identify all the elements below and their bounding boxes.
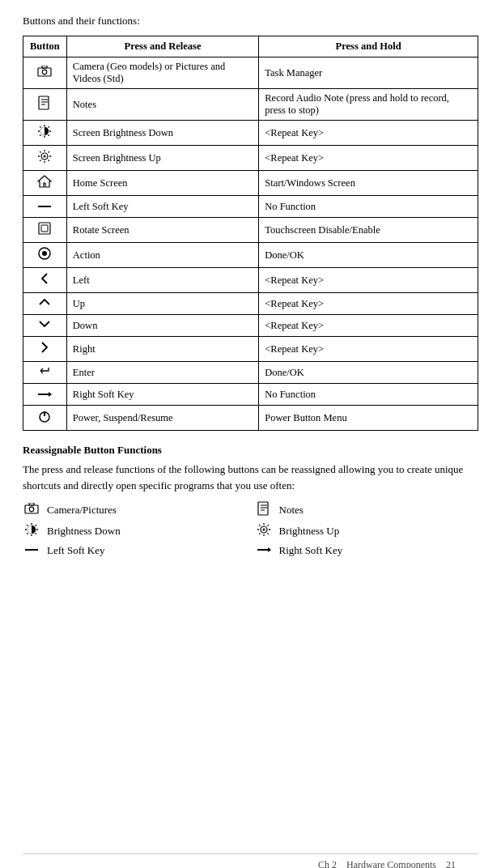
svg-point-16 — [29, 507, 34, 512]
brightness-down-reassign-icon — [23, 522, 40, 540]
press-release-cell: Screen Brightness Down — [66, 121, 258, 146]
press-hold-cell: <Repeat Key> — [259, 337, 478, 362]
press-hold-cell: <Repeat Key> — [259, 293, 478, 315]
press-release-cell: Home Screen — [66, 171, 258, 196]
power-icon — [23, 406, 67, 431]
svg-rect-15 — [29, 503, 34, 505]
svg-rect-1 — [42, 66, 47, 68]
press-release-cell: Camera (Geo models) or Pictures and Vide… — [66, 57, 258, 89]
enter-icon — [23, 362, 67, 384]
notes-reassign-icon — [255, 501, 273, 519]
svg-point-2 — [43, 70, 48, 74]
col-header-press-hold: Press and Hold — [259, 36, 478, 57]
press-hold-cell: Start/Windows Screen — [259, 171, 478, 196]
press-release-cell: Up — [66, 293, 258, 315]
reassign-grid: Camera/PicturesNotesBrightness DownBrigh… — [23, 501, 478, 557]
press-hold-cell: Touchscreen Disable/Enable — [259, 218, 478, 243]
press-release-cell: Rotate Screen — [66, 218, 258, 243]
press-release-cell: Action — [66, 243, 258, 268]
left-icon — [23, 268, 67, 293]
svg-rect-0 — [38, 68, 51, 76]
table-row: Up<Repeat Key> — [23, 293, 478, 315]
svg-rect-9 — [41, 225, 48, 232]
page-wrapper: Buttons and their functions: Button Pres… — [23, 15, 478, 868]
press-release-cell: Power, Suspend/Resume — [66, 406, 258, 431]
table-row: EnterDone/OK — [23, 362, 478, 384]
svg-rect-3 — [39, 96, 49, 109]
press-release-cell: Down — [66, 315, 258, 337]
down-icon — [23, 315, 67, 337]
right-soft-key-icon — [23, 384, 67, 406]
press-hold-cell: <Repeat Key> — [259, 268, 478, 293]
table-row: Screen Brightness Down<Repeat Key> — [23, 121, 478, 146]
table-row: Right<Repeat Key> — [23, 337, 478, 362]
table-row: Down<Repeat Key> — [23, 315, 478, 337]
press-release-cell: Left Soft Key — [66, 196, 258, 218]
footer-chapter: Ch 2 Hardware Components 21 — [318, 859, 456, 868]
press-hold-cell: Power Button Menu — [259, 406, 478, 431]
svg-rect-7 — [38, 206, 51, 207]
camera-reassign-icon — [23, 503, 40, 517]
table-row: Left Soft KeyNo Function — [23, 196, 478, 218]
reassign-item: Notes — [255, 501, 479, 519]
press-hold-cell: Task Manager — [259, 57, 478, 89]
reassign-label: Brightness Up — [279, 525, 340, 538]
press-hold-cell: <Repeat Key> — [259, 121, 478, 146]
reassign-item: Brightness Up — [255, 522, 479, 540]
reassign-label: Left Soft Key — [47, 544, 104, 557]
table-row: Home ScreenStart/Windows Screen — [23, 171, 478, 196]
rotate-screen-icon — [23, 218, 67, 243]
home-icon — [23, 171, 67, 196]
table-row: Screen Brightness Up<Repeat Key> — [23, 146, 478, 171]
right-soft-key-reassign-icon — [255, 543, 273, 557]
action-icon — [23, 243, 67, 268]
table-row: Camera (Geo models) or Pictures and Vide… — [23, 57, 478, 89]
svg-rect-17 — [258, 502, 268, 515]
reassign-label: Right Soft Key — [279, 544, 343, 557]
table-row: Right Soft KeyNo Function — [23, 384, 478, 406]
press-hold-cell: No Function — [259, 384, 478, 406]
press-hold-cell: Done/OK — [259, 243, 478, 268]
reassign-item: Left Soft Key — [23, 543, 247, 557]
reassignable-body: The press and release functions of the f… — [23, 462, 478, 493]
up-icon — [23, 293, 67, 315]
press-release-cell: Notes — [66, 89, 258, 121]
left-soft-key-icon — [23, 196, 67, 218]
svg-point-6 — [44, 155, 46, 158]
reassign-item: Brightness Down — [23, 522, 247, 540]
table-row: Power, Suspend/ResumePower Button Menu — [23, 406, 478, 431]
reassign-label: Brightness Down — [47, 525, 121, 538]
press-release-cell: Screen Brightness Up — [66, 146, 258, 171]
table-row: NotesRecord Audio Note (press and hold t… — [23, 89, 478, 121]
svg-rect-21 — [25, 549, 38, 551]
brightness-up-icon — [23, 146, 67, 171]
col-header-press-release: Press and Release — [66, 36, 258, 57]
press-hold-cell: Done/OK — [259, 362, 478, 384]
notes-icon — [23, 89, 67, 121]
right-icon — [23, 337, 67, 362]
reassignable-heading: Reassignable Button Functions — [23, 444, 478, 457]
brightness-up-reassign-icon — [255, 522, 273, 540]
left-soft-key-reassign-icon — [23, 543, 40, 557]
press-hold-cell: No Function — [259, 196, 478, 218]
svg-rect-8 — [39, 223, 50, 234]
press-hold-cell: Record Audio Note (press and hold to rec… — [259, 89, 478, 121]
reassign-label: Camera/Pictures — [47, 504, 117, 517]
camera-icon — [23, 57, 67, 89]
press-release-cell: Enter — [66, 362, 258, 384]
reassign-item: Camera/Pictures — [23, 501, 247, 519]
table-row: Left<Repeat Key> — [23, 268, 478, 293]
table-row: Rotate ScreenTouchscreen Disable/Enable — [23, 218, 478, 243]
table-row: ActionDone/OK — [23, 243, 478, 268]
buttons-table: Button Press and Release Press and Hold … — [23, 36, 478, 431]
press-hold-cell: <Repeat Key> — [259, 146, 478, 171]
brightness-down-icon — [23, 121, 67, 146]
press-hold-cell: <Repeat Key> — [259, 315, 478, 337]
reassign-item: Right Soft Key — [255, 543, 479, 557]
col-header-button: Button — [23, 36, 67, 57]
svg-point-11 — [42, 251, 47, 256]
svg-rect-14 — [25, 505, 38, 513]
svg-point-20 — [262, 529, 265, 531]
intro-text: Buttons and their functions: — [23, 15, 478, 28]
press-release-cell: Right Soft Key — [66, 384, 258, 406]
